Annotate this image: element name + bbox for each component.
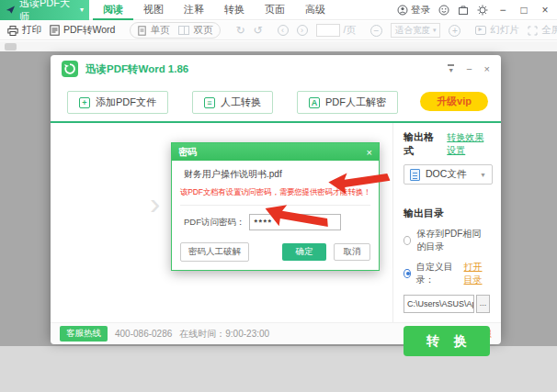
single-page-icon	[138, 26, 146, 36]
brand-name: 迅读PDF大师	[19, 0, 74, 24]
rotate-left-button[interactable]: ↺	[253, 24, 262, 37]
page-number-group: /页	[316, 24, 356, 37]
fullscreen-button[interactable]: 全屏	[528, 24, 557, 37]
convert-settings-link[interactable]: 转换效果设置	[447, 131, 490, 157]
tab-advanced[interactable]: 高级	[295, 0, 335, 20]
dialog-titlebar: 密码 ×	[172, 143, 379, 161]
converter-tab-row: + 添加PDF文件 ≡ 人工转换 A PDF人工解密 升级vip	[51, 83, 501, 123]
dialog-close-button[interactable]: ×	[367, 147, 372, 158]
manual-convert-button[interactable]: ≡ 人工转换	[192, 91, 273, 114]
prev-page-button[interactable]: ‹	[278, 25, 289, 36]
fullscreen-icon	[528, 26, 538, 36]
chevron-down-icon: ▼	[480, 172, 486, 178]
tab-page[interactable]: 页面	[255, 0, 295, 20]
converter-title: 迅读PDF转Word 1.86	[85, 62, 188, 76]
crack-password-button[interactable]: 密码人工破解	[180, 242, 249, 262]
rotate-right-button[interactable]: ↻	[235, 24, 244, 37]
path-row: C:\Users\ASUS\AppDat ...	[404, 295, 490, 313]
convert-button[interactable]: 转 换	[404, 326, 490, 356]
cancel-button[interactable]: 取消	[334, 243, 370, 261]
custom-dir-label: 自定义目录：	[416, 261, 456, 286]
hotline-badge: 客服热线	[60, 326, 108, 342]
add-pdf-label: 添加PDF文件	[96, 95, 156, 109]
close-button[interactable]: ×	[539, 4, 551, 17]
browse-button[interactable]: ...	[476, 295, 490, 313]
pdf-to-word-label: PDF转Word	[63, 24, 115, 37]
hotline-hours: 在线时间：9:00-23:00	[179, 328, 269, 341]
tab-read[interactable]: 阅读	[93, 0, 133, 20]
sidebar-toggle[interactable]	[5, 43, 17, 50]
decrypt-icon: A	[309, 97, 320, 108]
slideshow-icon	[475, 26, 486, 35]
app-menu-button[interactable]: 迅读PDF大师 ▾	[0, 0, 89, 20]
tab-view[interactable]: 视图	[133, 0, 174, 20]
toolbox-icon[interactable]	[458, 5, 469, 16]
same-dir-option[interactable]: 保存到PDF相同的目录	[404, 228, 490, 253]
radio-unselected-icon	[404, 236, 411, 245]
manual-convert-icon: ≡	[204, 97, 215, 108]
zoom-out-button[interactable]: −	[370, 25, 382, 37]
ribbon-tabs: 阅读 视图 注释 转换 页面 高级	[93, 0, 335, 20]
password-label: PDF访问密码：	[184, 217, 245, 229]
pdf-decrypt-button[interactable]: A PDF人工解密	[297, 91, 398, 114]
manual-convert-label: 人工转换	[221, 95, 261, 109]
add-file-icon: +	[79, 97, 90, 108]
format-value: DOC文件	[426, 168, 474, 181]
minimize-button[interactable]: −	[496, 4, 509, 17]
hotline-phone: 400-086-0286	[115, 329, 172, 339]
open-dir-link[interactable]: 打开目录	[463, 261, 490, 286]
main-titlebar: 迅读PDF大师 ▾ 阅读 视图 注释 转换 页面 高级 登录 −	[0, 0, 557, 20]
single-page-label: 单页	[150, 24, 169, 37]
tab-convert[interactable]: 转换	[214, 0, 255, 20]
page-number-input[interactable]	[316, 24, 340, 37]
output-format-label: 输出格式	[404, 130, 435, 158]
theme-icon[interactable]	[438, 5, 449, 16]
zoom-in-button[interactable]: +	[449, 25, 460, 37]
print-label: 打印	[22, 24, 41, 37]
maximize-button[interactable]: □	[517, 4, 530, 17]
pdf-to-word-button[interactable]: PDF转Word	[50, 24, 115, 37]
single-page-button[interactable]: 单页	[138, 24, 169, 37]
tab-annotate[interactable]: 注释	[174, 0, 214, 20]
upgrade-vip-button[interactable]: 升级vip	[420, 92, 488, 111]
panel-divider	[392, 123, 393, 322]
next-page-button[interactable]: ›	[297, 25, 308, 36]
app-window: 迅读PDF大师 ▾ 阅读 视图 注释 转换 页面 高级 登录 −	[0, 0, 557, 392]
custom-dir-option[interactable]: 自定义目录： 打开目录	[404, 261, 490, 286]
login-label: 登录	[411, 4, 430, 17]
output-path-input[interactable]: C:\Users\ASUS\AppDat	[404, 295, 474, 313]
dialog-title: 密码	[178, 146, 197, 159]
converter-close-button[interactable]: ×	[484, 63, 490, 74]
double-page-label: 双页	[193, 24, 212, 37]
user-icon	[397, 5, 408, 16]
zoom-mode-select[interactable]: 适合宽度 ▾	[391, 23, 441, 38]
converter-logo-icon	[62, 61, 78, 77]
background-chevron: ›	[150, 185, 160, 221]
login-button[interactable]: 登录	[397, 4, 430, 17]
radio-selected-icon	[404, 269, 411, 278]
ok-button[interactable]: 确定	[282, 243, 326, 261]
fullscreen-label: 全屏	[541, 24, 557, 37]
print-button[interactable]: 打印	[7, 24, 41, 37]
format-select[interactable]: DOC文件 ▼	[404, 164, 493, 185]
doc-file-icon	[410, 169, 420, 181]
slideshow-button[interactable]: 幻灯片	[475, 24, 519, 37]
settings-gear-icon[interactable]	[477, 5, 488, 16]
converter-titlebar: 迅读PDF转Word 1.86 ▼ − ×	[51, 55, 501, 83]
add-pdf-button[interactable]: + 添加PDF文件	[67, 91, 168, 114]
word-doc-icon	[50, 25, 60, 36]
page-suffix-label: /页	[344, 24, 356, 37]
thumbnail-strip	[0, 41, 557, 51]
page-mode-group: 单页 双页	[130, 22, 221, 39]
converter-minimize-button[interactable]: −	[466, 63, 472, 74]
slideshow-label: 幻灯片	[490, 24, 519, 37]
same-dir-label: 保存到PDF相同的目录	[416, 228, 490, 253]
chevron-down-icon: ▾	[80, 6, 84, 14]
output-panel: 输出格式 转换效果设置 DOC文件 ▼ 输出目录 保存到PDF相同的目录	[404, 123, 490, 356]
double-page-button[interactable]: 双页	[178, 24, 212, 37]
pdf-decrypt-label: PDF人工解密	[325, 95, 386, 109]
double-page-icon	[178, 26, 189, 35]
dialog-footer: 密码人工破解 确定 取消	[180, 242, 370, 262]
main-toolbar: 打印 PDF转Word 单页 双页 ↻ ↺ ‹ › /页 −	[0, 21, 557, 40]
converter-menu-button[interactable]: ▼	[448, 64, 454, 73]
